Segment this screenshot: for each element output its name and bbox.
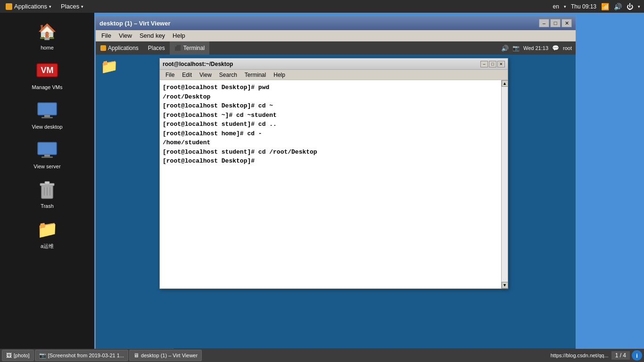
host-url-label: https://blog.csdn.net/qq... xyxy=(551,353,609,358)
manage-vms-label: Manage VMs xyxy=(32,84,63,90)
guest-terminal-tab[interactable]: ⬛ Terminal xyxy=(170,41,209,55)
guest-taskbar-top: Applications Places ⬛ Terminal 🔊 📷 Wed 2… xyxy=(96,41,576,55)
virt-viewer-title: desktop (1) – Virt Viewer xyxy=(99,20,171,27)
virt-menu-send-key[interactable]: Send key xyxy=(136,31,169,40)
svg-rect-2 xyxy=(38,103,57,115)
svg-rect-7 xyxy=(41,156,53,158)
host-screenshot-taskbar-item[interactable]: 📷 [Screenshot from 2019-03-21 1... xyxy=(35,350,128,361)
host-info-button[interactable]: i xyxy=(632,350,642,361)
guest-screenshot-icon: 📷 xyxy=(512,45,520,51)
guest-taskbar-left: Applications Places ⬛ Terminal xyxy=(96,41,209,55)
chevron-down-icon: ▾ xyxy=(49,4,51,9)
terminal-titlebar: root@localhost:~/Desktop – □ ✕ xyxy=(160,58,508,70)
guest-places-label: Places xyxy=(148,45,165,51)
scrollbar-down-button[interactable]: ▼ xyxy=(502,282,508,288)
host-bottom-right: https://blog.csdn.net/qq... 1 / 4 i xyxy=(551,350,644,361)
desktop-sidebar: 🏠 home VM Manage VMs View desktop xyxy=(0,13,94,362)
virt-menu-view[interactable]: View xyxy=(115,31,136,40)
gnome-apps-icon xyxy=(6,3,12,10)
host-taskbar-left: Applications ▾ Places ▾ xyxy=(0,2,87,11)
home-folder-icon: 🏠 xyxy=(36,20,58,43)
host-applications-label: Applications xyxy=(14,3,47,10)
datetime-display: Thu 09:13 xyxy=(571,3,596,10)
power-icon[interactable]: ⏻ xyxy=(627,3,633,10)
guest-applications-label: Applications xyxy=(108,45,139,51)
vm-icon: VM xyxy=(36,60,58,82)
virt-viewer-minimize-button[interactable]: – xyxy=(539,19,549,27)
volume-icon: 🔊 xyxy=(614,3,622,10)
host-photo-taskbar-item[interactable]: 🖼 [photo] xyxy=(2,350,34,361)
terminal-title: root@localhost:~/Desktop xyxy=(163,61,233,67)
guest-taskbar-right: 🔊 📷 Wed 21:13 💬 root xyxy=(501,45,576,52)
chevron-down-icon: ▾ xyxy=(638,4,640,9)
host-applications-menu[interactable]: Applications ▾ xyxy=(2,2,55,11)
svg-rect-5 xyxy=(38,142,57,155)
term-menu-edit[interactable]: Edit xyxy=(178,71,196,79)
virt-viewer-maximize-button[interactable]: □ xyxy=(550,19,561,27)
term-menu-search[interactable]: Search xyxy=(215,71,241,79)
terminal-window: root@localhost:~/Desktop – □ ✕ File Edit… xyxy=(159,58,508,289)
term-menu-help[interactable]: Help xyxy=(270,71,289,79)
trash-label: Trash xyxy=(41,203,54,209)
host-screenshot-label: [Screenshot from 2019-03-21 1... xyxy=(48,353,124,358)
desktop-icon-view-server[interactable]: View server xyxy=(28,136,66,172)
terminal-scrollbar[interactable]: ▲ ▼ xyxy=(501,80,508,288)
guest-desktop: Applications Places ⬛ Terminal 🔊 📷 Wed 2… xyxy=(96,41,576,362)
monitor-icon xyxy=(36,99,58,122)
guest-desktop-folder-icon[interactable]: 📁 xyxy=(100,58,118,74)
folder-ops-label: a运维 xyxy=(41,243,54,250)
guest-places-menu[interactable]: Places xyxy=(143,41,170,55)
chevron-down-icon: ▾ xyxy=(81,4,83,9)
language-indicator[interactable]: en xyxy=(553,3,559,10)
virt-menu-file[interactable]: File xyxy=(98,31,115,40)
virt-viewer-window: desktop (1) – Virt Viewer – □ ✕ File Vie… xyxy=(95,16,576,362)
desktop-icon-view-desktop[interactable]: View desktop xyxy=(28,97,66,132)
virt-viewer-window-controls: – □ ✕ xyxy=(539,19,572,27)
host-taskbar-right: en ▾ Thu 09:13 📶 🔊 ⏻ ▾ xyxy=(553,3,644,10)
terminal-window-controls: – □ ✕ xyxy=(480,61,505,67)
view-server-label: View server xyxy=(33,164,60,169)
photo-icon: 🖼 xyxy=(6,352,12,359)
home-icon-label: home xyxy=(41,45,54,50)
guest-user-label: root xyxy=(563,45,572,51)
folder-ops-icon: 📁 xyxy=(36,218,58,241)
host-places-label: Places xyxy=(61,3,79,10)
virt-viewer-close-button[interactable]: ✕ xyxy=(561,19,572,27)
terminal-close-button[interactable]: ✕ xyxy=(497,61,505,67)
svg-rect-6 xyxy=(44,155,50,156)
terminal-restore-button[interactable]: □ xyxy=(489,61,496,67)
scrollbar-up-button[interactable]: ▲ xyxy=(502,80,508,87)
virt-viewer-menubar: File View Send key Help xyxy=(96,30,576,41)
host-places-menu[interactable]: Places ▾ xyxy=(57,2,87,11)
screenshot-icon: 📷 xyxy=(39,352,46,359)
svg-text:VM: VM xyxy=(41,66,54,75)
term-menu-view[interactable]: View xyxy=(196,71,215,79)
desktop-icon-folder-ops[interactable]: 📁 a运维 xyxy=(28,215,66,253)
svg-rect-10 xyxy=(45,181,50,184)
guest-applications-menu[interactable]: Applications xyxy=(96,41,143,55)
host-taskbar-bottom: 🖼 [photo] 📷 [Screenshot from 2019-03-21 … xyxy=(0,349,644,362)
guest-sound-icon: 🔊 xyxy=(501,45,509,52)
terminal-menubar: File Edit View Search Terminal Help xyxy=(160,70,508,80)
host-virt-viewer-taskbar-item[interactable]: 🖥 desktop (1) – Virt Viewer xyxy=(129,350,202,361)
desktop-icon-trash[interactable]: Trash xyxy=(28,176,66,212)
host-taskbar-top: Applications ▾ Places ▾ en ▾ Thu 09:13 📶… xyxy=(0,0,644,13)
virt-menu-help[interactable]: Help xyxy=(169,31,189,40)
host-page-indicator: 1 / 4 xyxy=(611,351,630,360)
term-menu-terminal[interactable]: Terminal xyxy=(241,71,270,79)
terminal-minimize-button[interactable]: – xyxy=(480,61,488,67)
scrollbar-track[interactable] xyxy=(502,87,508,282)
guest-chat-icon: 💬 xyxy=(552,45,559,51)
virt-viewer-icon: 🖥 xyxy=(133,352,139,359)
desktop-icon-home[interactable]: 🏠 home xyxy=(28,17,66,53)
virt-viewer-titlebar: desktop (1) – Virt Viewer – □ ✕ xyxy=(96,16,576,30)
chevron-down-icon: ▾ xyxy=(564,4,566,9)
wifi-icon: 📶 xyxy=(601,3,609,10)
guest-terminal-tab-label: Terminal xyxy=(183,45,205,51)
host-bottom-left: 🖼 [photo] 📷 [Screenshot from 2019-03-21 … xyxy=(0,350,202,361)
desktop-icon-manage-vms[interactable]: VM Manage VMs xyxy=(28,57,66,93)
svg-rect-4 xyxy=(41,117,53,118)
term-menu-file[interactable]: File xyxy=(162,71,178,79)
terminal-content[interactable]: [root@localhost Desktop]# pwd /root/Desk… xyxy=(160,80,501,288)
server-monitor-icon xyxy=(36,139,58,162)
